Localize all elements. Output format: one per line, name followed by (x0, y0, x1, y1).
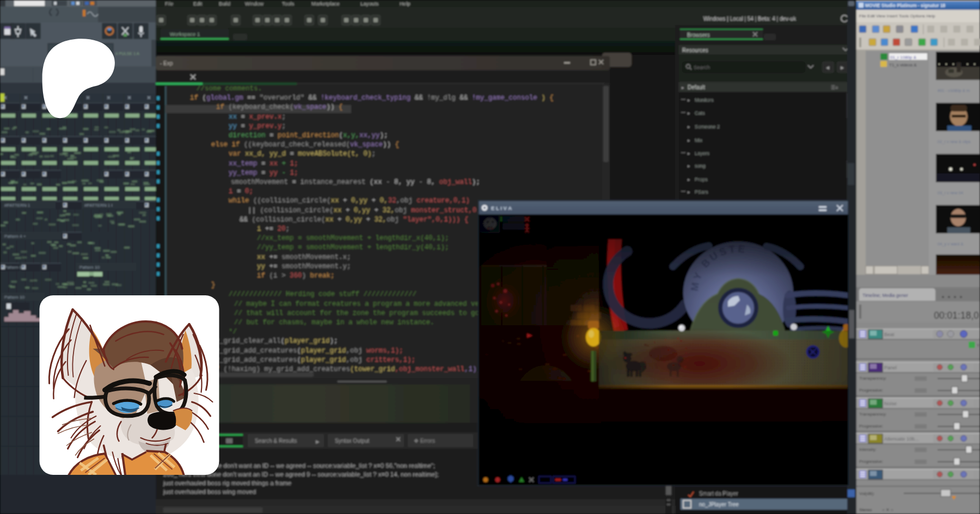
svg-text:Edit: Edit (193, 1, 203, 7)
svg-text:▶: ▶ (841, 65, 844, 70)
svg-text:// that will account for the z: // that will account for the zone the pr… (234, 309, 479, 317)
svg-text:01_r 1080p &: 01_r 1080p & (890, 55, 917, 60)
svg-text:Stereo: Stereo (859, 507, 872, 512)
svg-text:Workspace 1: Workspace 1 (170, 31, 200, 37)
svg-text:Tools: Tools (282, 1, 294, 7)
svg-text:my_grid_clear_all(player_grid): my_grid_clear_all(player_grid); (211, 337, 338, 345)
svg-text:▸: ▸ (688, 138, 690, 143)
svg-text:Timeline; Media gener: Timeline; Media gener (862, 293, 908, 298)
svg-text:Pattern 10: Pattern 10 (79, 265, 100, 270)
svg-text:song: song (695, 163, 706, 169)
svg-text:Mix: Mix (695, 138, 702, 143)
svg-text:xx += smoothMovement.x;: xx += smoothMovement.x; (257, 253, 351, 261)
svg-text:☰≡: ☰≡ (831, 85, 838, 90)
svg-text:Build: Build (219, 1, 230, 7)
svg-text:Syntax Output: Syntax Output (335, 438, 370, 444)
svg-text:Progressive:: Progressive: (859, 388, 883, 393)
svg-text:T1_s videos &: T1_s videos & (889, 63, 917, 67)
svg-text:just overhauled boss rig moved: just overhauled boss rig moved things a … (163, 480, 291, 486)
svg-text:my_grid_add_creatures(player_g: my_grid_add_creatures(player_grid,obj cr… (211, 356, 415, 364)
svg-text:04_y v ward &: 04_y v ward & (938, 241, 964, 246)
svg-text://some comments.: //some comments. (197, 85, 262, 92)
svg-text:MOVIE Studio Platinum - signat: MOVIE Studio Platinum - signatur 18 (865, 3, 946, 8)
svg-text:while ((collision_circle(xx +: while ((collision_circle(xx + 0,yy + 0,3… (229, 197, 470, 205)
svg-text:no_JPlayer Tree: no_JPlayer Tree (699, 501, 739, 507)
svg-text:File: File (165, 1, 173, 7)
svg-text:Layers: Layers (695, 151, 710, 156)
svg-text:i += 20;: i += 20; (257, 225, 290, 233)
svg-text:xx = x_prev.x;: xx = x_prev.x; (229, 113, 286, 121)
svg-text:▸: ▸ (682, 85, 684, 90)
svg-text://xx_temp = smoothMovement + l: //xx_temp = smoothMovement + lengthdir_x… (257, 234, 449, 242)
svg-text:// but for chasms, maybe in a: // but for chasms, maybe in a whole new … (234, 319, 434, 326)
svg-text:00:01:18,0: 00:01:18,0 (934, 310, 979, 321)
svg-text:Marketplace: Marketplace (311, 1, 340, 7)
svg-text:Smart da Player: Smart da Player (699, 491, 738, 497)
svg-text:▸: ▸ (688, 177, 690, 182)
svg-text:///////////// Herding code stu: ///////////// Herding code stuff ///////… (229, 290, 416, 298)
svg-text:Search: Search (694, 64, 710, 70)
svg-text://yy_temp = smoothMovement + l: //yy_temp = smoothMovement + lengthdir_y… (257, 244, 449, 251)
svg-text:Monitors: Monitors (695, 97, 714, 103)
svg-text:03_r v new 04: 03_r v new 04 (938, 190, 963, 195)
svg-text:Layouts: Layouts (360, 1, 379, 7)
svg-text:Search & Results: Search & Results (255, 438, 297, 444)
svg-text:if (global.gm == "overworld" &: if (global.gm == "overworld" && !keyboar… (190, 94, 554, 102)
svg-text:Transparency:: Transparency: (859, 376, 887, 381)
svg-text:Pattern 4 +: Pattern 4 + (4, 234, 26, 239)
svg-text:var xx_d, yy_d = moveABSolute(: var xx_d, yy_d = moveABSolute(t, 0); (229, 150, 376, 158)
svg-text:if (!haxing) my_grid_add_creat: if (!haxing) my_grid_add_creatures(tower… (211, 366, 481, 373)
svg-text:else if ((keyboard_check_relea: else if ((keyboard_check_released(vk_spa… (211, 141, 399, 148)
svg-text:xx_temp = xx + 1;: xx_temp = xx + 1; (229, 160, 298, 168)
svg-text:*/: */ (229, 328, 237, 336)
svg-text:▸: ▸ (688, 110, 690, 116)
svg-text:Transparency:: Transparency: (859, 412, 887, 417)
svg-text:Progressive:: Progressive: (859, 424, 883, 429)
svg-text:yy_temp = yy - 1;: yy_temp = yy - 1; (229, 169, 298, 177)
svg-text:▸: ▸ (688, 124, 690, 129)
svg-text:Pattern 6: Pattern 6 (4, 265, 22, 270)
svg-text:File Edit View Insert Tool: File Edit View Insert Tools Options Help (859, 14, 935, 18)
svg-text:Window: Window (245, 1, 264, 7)
svg-text:▶: ▶ (316, 439, 320, 444)
svg-text:E L I V A: E L I V A (491, 205, 512, 211)
svg-text:▸: ▸ (688, 151, 690, 156)
svg-text:○ ✕ ○: ○ ✕ ○ (882, 507, 893, 512)
svg-text:direction = point_direction(x,: direction = point_direction(x,y,xx,yy); (229, 132, 388, 139)
svg-text:Someone 2: Someone 2 (695, 124, 720, 129)
svg-text:#PATTERN 1 I: #PATTERN 1 I (84, 203, 113, 208)
svg-text:Intensity:: Intensity: (859, 447, 877, 452)
svg-text:// maybe I can format creature: // maybe I can format creatures a progra… (234, 300, 500, 308)
svg-text:i = 0;: i = 0; (229, 188, 253, 195)
svg-text:#01 - v1080p & m: #01 - v1080p & m (938, 88, 970, 93)
svg-text:Help: Help (400, 1, 411, 7)
svg-text:if (keyboard_check(vk_space)): if (keyboard_check(vk_space)) { (216, 103, 343, 111)
svg-text:#PATTERN 1: #PATTERN 1 (4, 203, 30, 208)
svg-text:◀: ◀ (826, 65, 830, 70)
svg-text:just overhauled boss wing move: just overhauled boss wing moved (163, 488, 256, 495)
svg-text:&& (collision_circle(xx + 0,yy: && (collision_circle(xx + 0,yy + 32,obj … (240, 216, 468, 224)
svg-text:T: T (977, 343, 979, 348)
svg-text:▸: ▸ (688, 97, 690, 103)
svg-text:PSars: PSars (695, 189, 708, 195)
svg-text:Props: Props (695, 177, 708, 182)
svg-text:if (i > 360) break;: if (i > 360) break; (257, 272, 335, 280)
svg-text:Cats: Cats (695, 110, 705, 116)
svg-text:❖ Errors: ❖ Errors (414, 438, 435, 444)
svg-text:my_grid_add_creatures(player_g: my_grid_add_creatures(player_grid,obj wo… (211, 347, 403, 355)
svg-text:Resources: Resources (682, 47, 708, 53)
svg-text:Vol(dB):: Vol(dB): (859, 491, 874, 496)
svg-text:|| (collision_circle(xx + 0,yy: || (collision_circle(xx + 0,yy + 32,obj … (248, 207, 489, 214)
svg-text:- Exp: - Exp (160, 60, 173, 66)
svg-text:4 PULSE 1 A: 4 PULSE 1 A (115, 51, 139, 56)
svg-text:▸: ▸ (688, 189, 690, 195)
svg-text:smoothMovement = instance_near: smoothMovement = instance_nearest (xx - … (231, 178, 480, 186)
svg-text:▸: ▸ (688, 163, 690, 169)
svg-text:Default: Default (688, 84, 705, 90)
svg-text:Pattern 10: Pattern 10 (4, 295, 24, 300)
svg-text:}: } (211, 281, 216, 289)
svg-text:yy = y_prev.y;: yy = y_prev.y; (229, 122, 286, 130)
svg-text:02_r v new & clips: 02_r v new & clips (938, 139, 971, 144)
svg-text:yy += smoothMovement.y;: yy += smoothMovement.y; (257, 263, 351, 270)
svg-text:Progressive:: Progressive: (859, 459, 883, 464)
